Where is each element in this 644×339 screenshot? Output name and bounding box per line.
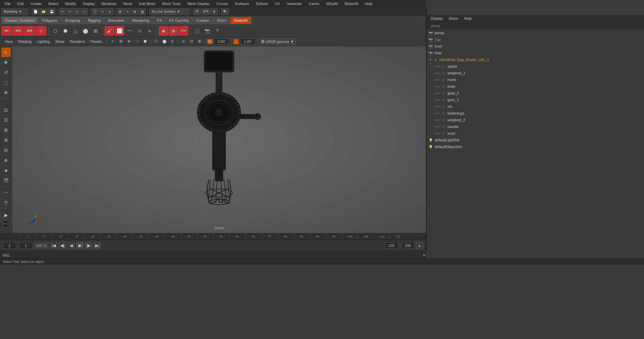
tab-fx[interactable]: FX [153,17,165,24]
hscroll-btn[interactable]: ▶ [423,251,426,259]
gate-display-btn[interactable]: ⊡ [188,38,195,45]
timeline[interactable]: 1 5 10 15 20 25 30 35 40 45 50 55 60 65 … [0,233,426,239]
play-forward-btn[interactable]: ▶ [76,242,84,249]
wireframe-btn[interactable]: ⬚ [134,38,141,45]
tool-settings-btn[interactable]: ⚙ [1,135,11,145]
create-menu[interactable]: Create [29,1,44,6]
display-type-btn[interactable]: ☐ [153,38,160,45]
redshift-menu[interactable]: Redshift [342,1,360,6]
tab-fx-caching[interactable]: FX Caching [166,17,192,24]
render-view-btn[interactable]: 🎬 [1,176,11,185]
modify-menu[interactable]: Modify [63,1,78,6]
ipr-mini-btn[interactable]: IPR [24,26,35,36]
select-tool-btn[interactable]: ↖ [110,38,116,45]
outliner-display-menu[interactable]: Display [428,16,445,21]
render-btn[interactable]: 🎬 [193,8,201,15]
edit-menu[interactable]: Edit [15,1,26,6]
attr-editor-btn[interactable]: ⊞ [1,125,11,135]
snapshot-btn[interactable]: 📷 [203,26,212,36]
mesh-menu[interactable]: Mesh [121,1,134,6]
new-scene-btn[interactable]: 📄 [32,8,39,15]
file-menu[interactable]: File [3,1,13,6]
search-btn[interactable]: 🔍 [221,8,229,15]
poly-display-btn[interactable]: ⬡ [51,26,60,36]
tab-xgen[interactable]: XGen [213,17,230,24]
outliner-item-handheld[interactable]: ▼ ✦ Handheld_Egg_Beater_nd1_1 [427,56,644,63]
outliner-item-weighed2[interactable]: ⬡ weighed_2 [427,117,644,123]
help-menu[interactable]: Help [363,1,375,6]
display-menu[interactable]: Display [81,1,97,6]
shading-menu[interactable]: Shading [16,39,34,44]
deform-menu[interactable]: Deform [254,1,270,6]
blend-btn[interactable]: ⊃ [135,26,144,36]
outliner-item-lightset[interactable]: 💡 defaultLightSet [427,137,644,143]
wave-btn[interactable]: ∿ [145,26,154,36]
smooth-btn[interactable]: ⬢ [142,38,149,45]
tab-curves-surfaces[interactable]: Curves / Surfaces [1,17,38,24]
select-tool-left-btn[interactable]: ↖ [1,48,11,57]
lattice-btn[interactable]: ⊞ [91,26,100,36]
universal-tool-btn[interactable]: ⊕ [1,88,11,97]
open-scene-btn[interactable]: 📂 [40,8,47,15]
workspace-dropdown[interactable]: Modeling ▼ [1,8,28,15]
playback-end-display[interactable]: 120 [385,242,398,249]
node-editor-btn[interactable]: ⊕ [1,155,11,165]
mesh-display-menu[interactable]: Mesh Display [185,1,212,6]
subdiv-btn[interactable]: ⬢ [61,26,70,36]
outliner-item-rivets[interactable]: ⬡ rivets [427,76,644,83]
nurbs-btn[interactable]: △ [71,26,80,36]
outliner-item-objectset[interactable]: 💡 defaultObjectSet [427,143,644,150]
outliner-item-fastenings[interactable]: ⬡ fastenings [427,110,644,117]
step-forward-btn[interactable]: |▶ [85,242,92,249]
undo-queue-btn[interactable]: ↩⃣ [74,8,80,15]
color-space-dropdown[interactable]: sRGB gamma ▼ [260,39,296,45]
curves-menu[interactable]: Curves [214,1,230,6]
redo-queue-btn[interactable]: ↪⃣ [81,8,88,15]
outliner-item-weighed1[interactable]: ⬡ weighed_1 [427,70,644,76]
windows-menu[interactable]: Windows [100,1,119,6]
current-frame-input[interactable] [3,242,16,249]
cache-menu[interactable]: Cache [307,1,321,6]
exposure-input[interactable] [214,39,229,45]
outliner-help-menu[interactable]: Help [462,16,475,21]
render-settings-btn[interactable]: ⚙ [211,8,218,15]
ipr2-btn[interactable]: IPR [179,26,188,36]
select-mode-btn[interactable]: ☐ [92,8,98,15]
outliner-item-front[interactable]: 📷 front [427,43,644,50]
rv-btn[interactable]: RV [1,26,12,36]
save-scene-btn[interactable]: 💾 [48,8,55,15]
ipr-icon-btn[interactable]: IPR [13,26,23,36]
snap-point-btn[interactable]: ⊕ [131,8,138,15]
timeline-scroll-up-btn[interactable]: ▲ [416,242,423,249]
show-menu[interactable]: Show [53,39,67,44]
deform-btn[interactable]: 〰 [125,26,134,36]
texture-display-btn[interactable]: ⬤ [161,38,168,45]
time-editor-btn[interactable]: ⏱ [1,198,11,207]
play-back-btn[interactable]: ◀ [67,242,75,249]
renderer-menu[interactable]: Renderer [68,39,87,44]
rotate-tool-btn[interactable]: ↺ [1,68,11,77]
tab-animation[interactable]: Animation [104,17,128,24]
camera-pivot-btn[interactable]: ◎ [180,38,187,45]
tab-sculpting[interactable]: Sculpting [61,17,84,24]
snap-view-btn[interactable]: ▨ [139,8,146,15]
lighting-menu[interactable]: Lighting [35,39,52,44]
outliner-item-hide[interactable]: 📷 hide [427,50,644,56]
lasso-mode-btn[interactable]: ⊃ [99,8,106,15]
total-end-display[interactable]: 200 [401,242,415,249]
tab-redshift[interactable]: Redshift [230,17,251,24]
outliner-item-spoke[interactable]: ⬡ spoke [427,63,644,70]
go-start-btn[interactable]: |◀ [50,242,57,249]
generate-menu[interactable]: Generate [284,1,304,6]
outliner-item-rim[interactable]: ⬡ rim [427,103,644,110]
no-live-surface-dropdown[interactable]: No Live Surface ▼ [149,8,190,15]
render-region-btn[interactable]: ⬚ [36,26,46,36]
xray-btn[interactable]: ⊞ [196,38,203,45]
viewport[interactable]: persp X Y Z [12,46,426,233]
uv-menu[interactable]: UV [273,1,282,6]
move-tool-btn[interactable]: ✥ [1,58,11,67]
3dto-menu[interactable]: 3DtoAll [324,1,340,6]
redo-btn[interactable]: ↪ [66,8,73,15]
gamma-input[interactable] [240,39,255,45]
outliner-item-body[interactable]: ⬡ body [427,83,644,90]
